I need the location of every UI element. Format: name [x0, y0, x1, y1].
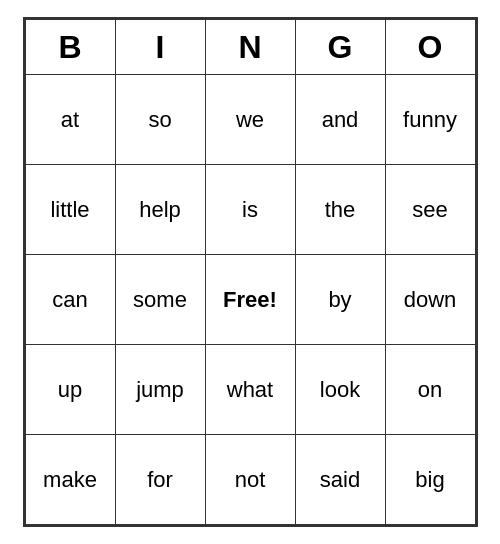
header-o: O — [385, 20, 475, 75]
table-cell: not — [205, 435, 295, 525]
table-cell: said — [295, 435, 385, 525]
table-cell: make — [25, 435, 115, 525]
table-cell: up — [25, 345, 115, 435]
table-cell: can — [25, 255, 115, 345]
table-cell: some — [115, 255, 205, 345]
header-i: I — [115, 20, 205, 75]
table-cell: look — [295, 345, 385, 435]
table-cell: big — [385, 435, 475, 525]
table-cell: jump — [115, 345, 205, 435]
table-cell: on — [385, 345, 475, 435]
table-cell: Free! — [205, 255, 295, 345]
header-g: G — [295, 20, 385, 75]
table-cell: we — [205, 75, 295, 165]
bingo-card: B I N G O atsoweandfunnylittlehelpisthes… — [23, 17, 478, 527]
table-cell: little — [25, 165, 115, 255]
table-cell: by — [295, 255, 385, 345]
table-cell: at — [25, 75, 115, 165]
header-n: N — [205, 20, 295, 75]
table-cell: so — [115, 75, 205, 165]
bingo-body: atsoweandfunnylittlehelpistheseecansomeF… — [25, 75, 475, 525]
table-row: atsoweandfunny — [25, 75, 475, 165]
table-cell: see — [385, 165, 475, 255]
table-cell: help — [115, 165, 205, 255]
table-cell: down — [385, 255, 475, 345]
table-row: upjumpwhatlookon — [25, 345, 475, 435]
table-cell: is — [205, 165, 295, 255]
table-row: cansomeFree!bydown — [25, 255, 475, 345]
header-b: B — [25, 20, 115, 75]
table-row: littlehelpisthesee — [25, 165, 475, 255]
table-cell: and — [295, 75, 385, 165]
header-row: B I N G O — [25, 20, 475, 75]
table-cell: what — [205, 345, 295, 435]
table-cell: the — [295, 165, 385, 255]
table-row: makefornotsaidbig — [25, 435, 475, 525]
table-cell: for — [115, 435, 205, 525]
bingo-table: B I N G O atsoweandfunnylittlehelpisthes… — [25, 19, 476, 525]
table-cell: funny — [385, 75, 475, 165]
